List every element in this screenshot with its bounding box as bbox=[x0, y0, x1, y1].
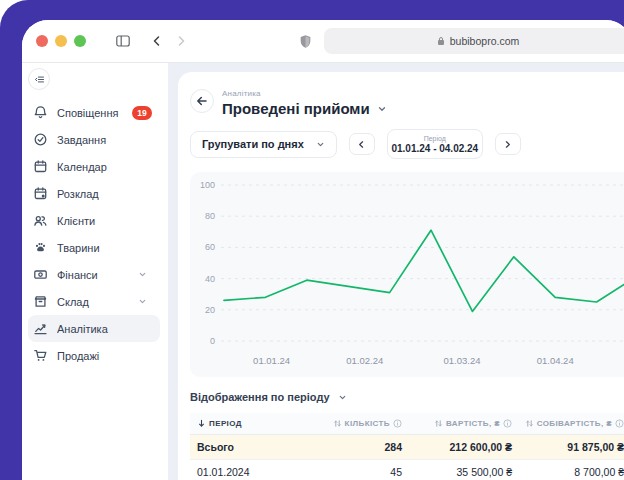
sidebar-item-label: Склад bbox=[57, 296, 138, 308]
sidebar-item-label: Аналітика bbox=[57, 323, 152, 335]
sidebar-item-label: Продажі bbox=[57, 350, 152, 362]
results-table: ПЕРІОДКІЛЬКІСТЬВАРТІСТЬ, ₴СОБІВАРТІСТЬ, … bbox=[190, 413, 624, 480]
back-button[interactable] bbox=[190, 89, 214, 113]
window-close-button[interactable] bbox=[36, 35, 48, 47]
sidebar-item-animals[interactable]: Тварини bbox=[28, 234, 160, 261]
column-label: СОБІВАРТІСТЬ, ₴ bbox=[537, 419, 612, 428]
sort-toggle-icon bbox=[525, 419, 534, 428]
column-label: КІЛЬКІСТЬ bbox=[345, 419, 390, 428]
sidebar-item-label: Завдання bbox=[57, 134, 152, 146]
sidebar-item-label: Розклад bbox=[57, 188, 152, 200]
sidebar-item-analytics[interactable]: Аналітика bbox=[28, 315, 160, 342]
sidebar-nav: Сповіщення19ЗавданняКалендарРозкладКлієн… bbox=[28, 99, 168, 369]
table-row-total: Всього284212 600,00 ₴91 875,00 ₴ bbox=[190, 435, 624, 460]
sidebar-item-label: Тварини bbox=[57, 242, 152, 254]
sidebar-item-tasks[interactable]: Завдання bbox=[28, 126, 160, 153]
sidebar-item-clients[interactable]: Клієнти bbox=[28, 207, 160, 234]
page-title: Проведені прийоми bbox=[222, 100, 370, 117]
window-minimize-button[interactable] bbox=[55, 35, 67, 47]
users-icon bbox=[33, 213, 48, 228]
info-icon[interactable] bbox=[393, 419, 402, 428]
browser-forward-icon[interactable] bbox=[175, 35, 187, 47]
sidebar-item-sales[interactable]: Продажі bbox=[28, 342, 160, 369]
table-row: 01.01.20244535 500,00 ₴8 700,00 ₴ bbox=[190, 460, 624, 480]
table-cell: 91 875,00 ₴ bbox=[514, 441, 624, 453]
sidebar-item-label: Сповіщення bbox=[57, 107, 132, 119]
sidebar-item-label: Фінанси bbox=[57, 269, 138, 281]
sidebar-item-finances[interactable]: Фінанси bbox=[28, 261, 160, 288]
chevron-down-icon bbox=[316, 140, 325, 149]
paw-icon bbox=[33, 240, 48, 255]
sidebar-item-notifications[interactable]: Сповіщення19 bbox=[28, 99, 160, 126]
chevron-down-icon bbox=[377, 104, 387, 114]
screenshot-root: bubibopro.com Сповіщення19ЗавданняКаленд… bbox=[0, 0, 624, 480]
column-header[interactable]: ПЕРІОД bbox=[190, 419, 338, 428]
table-cell: 284 bbox=[338, 441, 404, 453]
info-icon[interactable] bbox=[503, 419, 512, 428]
column-label: ПЕРІОД bbox=[209, 419, 242, 428]
sidebar-collapse-button[interactable] bbox=[28, 68, 50, 90]
period-next-button[interactable] bbox=[495, 133, 521, 155]
chart-line-series bbox=[224, 230, 624, 311]
sidebar-item-warehouse[interactable]: Склад bbox=[28, 288, 160, 315]
sort-descending-icon bbox=[197, 419, 206, 428]
period-label: Період bbox=[424, 135, 446, 143]
chevron-down-icon bbox=[338, 393, 347, 402]
column-label: ВАРТІСТЬ, ₴ bbox=[446, 419, 500, 428]
group-by-dropdown[interactable]: Групувати по днях bbox=[190, 131, 337, 158]
privacy-shield-icon[interactable] bbox=[299, 34, 312, 49]
info-icon[interactable] bbox=[615, 419, 624, 428]
page-header: Аналітика Проведені прийоми bbox=[190, 89, 624, 117]
group-by-label: Групувати по днях bbox=[202, 138, 304, 150]
lock-icon bbox=[437, 36, 445, 46]
address-bar[interactable]: bubibopro.com bbox=[324, 28, 624, 54]
appointments-line-chart: 02040608010001.01.2401.02.2401.03.2401.0… bbox=[190, 172, 624, 377]
chart-panel: 02040608010001.01.2401.02.2401.03.2401.0… bbox=[190, 172, 624, 377]
box-icon bbox=[33, 294, 48, 309]
svg-text:40: 40 bbox=[205, 274, 215, 284]
check-circle-icon bbox=[33, 132, 48, 147]
svg-text:01.04.24: 01.04.24 bbox=[537, 355, 574, 366]
chart-icon bbox=[33, 321, 48, 336]
svg-text:01.01.24: 01.01.24 bbox=[253, 355, 290, 366]
window-zoom-button[interactable] bbox=[74, 35, 86, 47]
column-header[interactable]: ВАРТІСТЬ, ₴ bbox=[404, 419, 514, 428]
table-header-row: ПЕРІОДКІЛЬКІСТЬВАРТІСТЬ, ₴СОБІВАРТІСТЬ, … bbox=[190, 413, 624, 435]
sidebar-item-label: Клієнти bbox=[57, 215, 152, 227]
sort-toggle-icon bbox=[434, 419, 443, 428]
browser-window: bubibopro.com Сповіщення19ЗавданняКаленд… bbox=[22, 20, 624, 480]
period-prev-button[interactable] bbox=[349, 133, 375, 155]
money-icon bbox=[33, 267, 48, 282]
table-cell: 01.01.2024 bbox=[190, 466, 338, 478]
table-cell: 8 700,00 ₴ bbox=[514, 466, 624, 478]
browser-back-icon[interactable] bbox=[151, 35, 163, 47]
table-cell: Всього bbox=[190, 441, 338, 453]
chevron-down-icon bbox=[138, 270, 147, 279]
breadcrumb: Аналітика bbox=[222, 89, 387, 98]
page-title-dropdown[interactable]: Проведені прийоми bbox=[222, 100, 387, 117]
display-mode-label: Відображення по періоду bbox=[190, 391, 330, 403]
content-card: Аналітика Проведені прийоми Групувати bbox=[178, 72, 624, 480]
svg-text:60: 60 bbox=[205, 242, 215, 252]
period-value: 01.01.24 - 04.02.24 bbox=[391, 143, 478, 154]
column-header[interactable]: КІЛЬКІСТЬ bbox=[338, 419, 404, 428]
main-area: Аналітика Проведені прийоми Групувати bbox=[168, 63, 624, 480]
sort-toggle-icon bbox=[333, 419, 342, 428]
sidebar-item-calendar[interactable]: Календар bbox=[28, 153, 160, 180]
browser-sidebar-toggle-icon[interactable] bbox=[115, 33, 131, 49]
display-mode-dropdown[interactable]: Відображення по періоду bbox=[190, 391, 624, 403]
svg-text:20: 20 bbox=[205, 305, 215, 315]
sidebar-item-schedule[interactable]: Розклад bbox=[28, 180, 160, 207]
table-section: Відображення по періоду ПЕРІОДКІЛЬКІСТЬВ… bbox=[190, 391, 624, 480]
calendar-icon bbox=[33, 159, 48, 174]
app-sidebar: Сповіщення19ЗавданняКалендарРозкладКлієн… bbox=[22, 63, 168, 480]
period-selector[interactable]: Період 01.01.24 - 04.02.24 bbox=[387, 129, 483, 159]
table-cell: 45 bbox=[338, 466, 404, 478]
chevron-down-icon bbox=[138, 297, 147, 306]
column-header[interactable]: СОБІВАРТІСТЬ, ₴ bbox=[514, 419, 624, 428]
svg-text:01.03.24: 01.03.24 bbox=[444, 355, 481, 366]
notifications-badge: 19 bbox=[132, 106, 152, 120]
url-text: bubibopro.com bbox=[450, 35, 519, 47]
svg-text:01.02.24: 01.02.24 bbox=[346, 355, 383, 366]
bell-icon bbox=[33, 105, 48, 120]
